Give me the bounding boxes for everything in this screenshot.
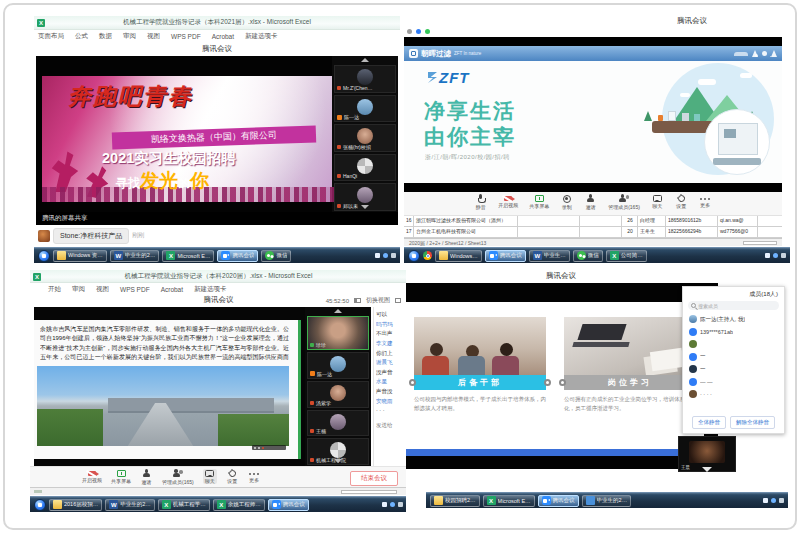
scroll-down-icon[interactable] xyxy=(308,458,368,464)
menu-item[interactable]: 视图 xyxy=(96,285,109,294)
system-tray[interactable] xyxy=(382,502,403,507)
settings-button[interactable]: 设置 xyxy=(675,194,688,209)
participant-tile[interactable]: 汤紫学 xyxy=(307,381,369,408)
menu-item[interactable]: 新建选项卡 xyxy=(194,285,227,294)
more-button[interactable]: 更多 xyxy=(699,194,712,208)
sheet-tabs[interactable]: 2020届 / 2+2+ / Sheet12 / Sheet13 xyxy=(409,240,486,246)
switch-view-label[interactable]: 切换视图 xyxy=(366,296,390,305)
mute-button[interactable]: 静音 xyxy=(474,194,487,210)
taskbar-item-excel[interactable]: Microsoft E… xyxy=(162,250,214,262)
menu-item[interactable]: 页面布局 xyxy=(38,32,64,41)
member-row[interactable]: 一 xyxy=(683,351,784,364)
taskbar-item-word[interactable]: 毕业生的2… xyxy=(110,250,160,262)
menu-item[interactable]: 审阅 xyxy=(72,285,85,294)
start-button[interactable] xyxy=(408,250,420,262)
settings-button[interactable]: 设置 xyxy=(226,469,239,484)
camera-button[interactable]: 开启视频 xyxy=(82,469,102,483)
fullscreen-icon[interactable] xyxy=(395,298,401,303)
active-speaker-tile[interactable]: 珍珍 xyxy=(307,316,369,350)
taskbar-item-explorer[interactable]: Windows… xyxy=(435,250,482,262)
member-row[interactable]: 一 xyxy=(683,363,784,376)
menu-item[interactable]: 视图 xyxy=(147,32,160,41)
member-search[interactable] xyxy=(688,301,779,310)
chat-message[interactable]: Stone:净程科技产品 xyxy=(53,228,129,244)
system-tray[interactable] xyxy=(763,498,784,503)
participant-tile[interactable]: HanQi xyxy=(334,154,396,182)
taskbar-item-excel2[interactable]: 余姚工程师… xyxy=(213,499,265,511)
participant-tile[interactable]: 陈一达 xyxy=(334,95,396,123)
taskbar-item-word[interactable]: 毕业生… xyxy=(529,250,570,262)
chat-button[interactable]: 聊天 xyxy=(203,469,217,484)
manage-members-button[interactable]: 管理成员(165) xyxy=(162,469,194,485)
member-row[interactable] xyxy=(683,338,784,351)
scroll-up-icon[interactable] xyxy=(307,308,369,314)
unmute-all-button[interactable]: 解除全体静音 xyxy=(730,416,775,429)
system-tray[interactable] xyxy=(765,253,786,258)
menu-item[interactable]: WPS PDF xyxy=(171,33,201,40)
taskbar-item-wechat[interactable]: 微信 xyxy=(261,250,291,262)
participant-tile[interactable]: Mr.Z'(Chen… xyxy=(334,65,396,93)
search-input[interactable] xyxy=(698,303,776,309)
taskbar-item-explorer[interactable]: 2016届校招… xyxy=(49,499,102,511)
taskbar-item-wechat[interactable]: 微信 xyxy=(573,250,603,262)
taskbar-item-meeting[interactable]: 腾讯会议 xyxy=(485,250,526,262)
member-row[interactable]: — — xyxy=(683,376,784,389)
taskbar-item-explorer[interactable]: 校园招聘2… xyxy=(430,495,480,507)
participant-tile[interactable]: 陈一达 xyxy=(307,352,369,379)
menu-item[interactable]: 审阅 xyxy=(123,32,136,41)
window-dot-icon[interactable] xyxy=(407,29,412,34)
participant-tile[interactable]: 郑以未 xyxy=(334,183,396,211)
program-card[interactable]: 后备干部 公司校园与内部培养模式，学子成长出于培养体系，内部选拔人才聘用。 xyxy=(414,317,546,413)
cell-input[interactable] xyxy=(341,490,397,494)
switch-view-icon[interactable] xyxy=(354,298,361,303)
participant-tile[interactable]: 张楠(hr)校招 xyxy=(334,124,396,152)
send-to-control[interactable]: 发送给 xyxy=(376,421,405,431)
manage-members-button[interactable]: 管理成员(165) xyxy=(608,194,640,210)
participant-video-tile[interactable]: 王晨 xyxy=(678,436,736,472)
more-button[interactable]: 更多 xyxy=(248,469,261,483)
taskbar-item-excel[interactable]: 机械工程学… xyxy=(158,499,210,511)
end-meeting-button[interactable]: 结束会议 xyxy=(350,471,398,486)
invite-button[interactable]: 邀请 xyxy=(584,194,597,210)
chrome-icon[interactable] xyxy=(423,251,432,260)
share-screen-button[interactable]: 共享屏幕 xyxy=(529,194,549,209)
scroll-up-icon[interactable] xyxy=(334,57,396,63)
menu-item[interactable]: 公式 xyxy=(75,32,88,41)
participant-tile[interactable]: 王楠 xyxy=(307,410,369,437)
scroll-down-icon[interactable] xyxy=(335,204,395,210)
program-card[interactable]: 岗位学习 公司拥有正向成长的工业企业岗位学习，培训体系标准化，员工循序渐进学习。 xyxy=(564,317,696,413)
menu-item[interactable]: Acrobat xyxy=(212,33,234,40)
taskbar-item-app[interactable]: 毕业生的2… xyxy=(582,495,632,507)
system-tray[interactable] xyxy=(375,253,396,258)
start-button[interactable] xyxy=(34,499,46,511)
member-row[interactable]: · · · · xyxy=(683,388,784,401)
taskbar-item-doc[interactable]: 公司简… xyxy=(606,250,647,262)
member-row[interactable]: 139****671ab xyxy=(683,326,784,339)
member-row[interactable]: 陈一达(主持人, 我) xyxy=(683,313,784,326)
record-button[interactable]: 录制 xyxy=(560,194,573,210)
participant-tile[interactable]: 机械工程学院 xyxy=(307,438,369,465)
menu-item[interactable]: Acrobat xyxy=(161,286,183,293)
taskbar-item-word[interactable]: 毕业生的2… xyxy=(105,499,155,511)
taskbar-item-meeting[interactable]: 腾讯会议 xyxy=(538,495,579,507)
camera-button[interactable]: 开启视频 xyxy=(498,194,518,208)
mute-all-button[interactable]: 全体静音 xyxy=(692,416,726,429)
table-row[interactable]: 17 台州金工机电科技有限公司 20 王冬生 18225666294b wd77… xyxy=(404,227,782,238)
horizontal-scrollbar[interactable] xyxy=(743,241,777,245)
share-screen-button[interactable]: 共享屏幕 xyxy=(111,469,131,484)
window-dot-icon[interactable] xyxy=(416,29,421,34)
photo-controls[interactable] xyxy=(252,445,286,450)
chat-button[interactable]: 聊天 xyxy=(651,194,664,209)
start-button[interactable] xyxy=(38,250,50,262)
window-dot-icon[interactable] xyxy=(425,29,430,34)
taskbar-item-explorer[interactable]: Windows 资… xyxy=(53,250,107,262)
invite-button[interactable]: 邀请 xyxy=(140,469,153,485)
menu-item[interactable]: 开始 xyxy=(48,285,61,294)
menu-item[interactable]: WPS PDF xyxy=(120,286,150,293)
table-row[interactable]: 16 浙江朝晖过滤技术股份有限公司（温州） 26 白经理 18658901612… xyxy=(404,216,782,227)
taskbar-item-meeting[interactable]: 腾讯会议 xyxy=(217,250,258,262)
taskbar-item-meeting[interactable]: 腾讯会议 xyxy=(268,499,309,511)
menu-item[interactable]: 新建选项卡 xyxy=(245,32,278,41)
collapse-icon[interactable] xyxy=(702,467,712,472)
taskbar-item-excel[interactable]: Microsoft E… xyxy=(483,495,535,507)
